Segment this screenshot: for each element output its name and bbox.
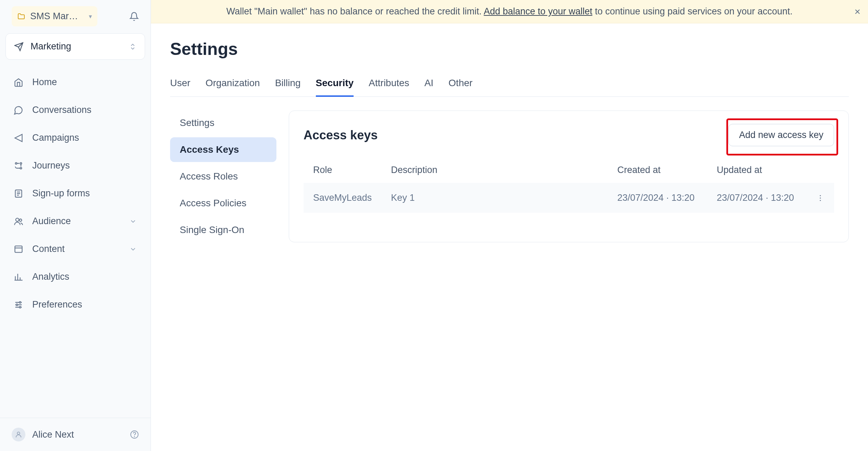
main: Wallet "Main wallet" has no balance or r… <box>151 0 868 451</box>
forms-icon <box>14 189 25 198</box>
page-title: Settings <box>170 39 849 59</box>
sidebar-item-label: Home <box>32 77 57 88</box>
cell-role: SaveMyLeads <box>304 183 381 213</box>
column-updated: Updated at <box>707 157 807 183</box>
subnav-access-policies[interactable]: Access Policies <box>170 191 276 216</box>
sidebar-item-label: Sign-up forms <box>32 188 90 199</box>
content-icon <box>14 244 25 254</box>
wallet-banner: Wallet "Main wallet" has no balance or r… <box>151 0 868 23</box>
access-keys-panel: Access keys Add new access key Role Desc… <box>289 111 849 242</box>
sidebar: SMS Mar… ▾ Marketing Home Convers <box>0 0 151 451</box>
banner-text: Wallet "Main wallet" has no balance or r… <box>226 6 793 17</box>
svg-point-9 <box>19 306 21 308</box>
chevron-down-icon <box>129 245 137 253</box>
svg-point-12 <box>134 436 134 437</box>
svg-point-5 <box>19 219 22 221</box>
sidebar-item-audience[interactable]: Audience <box>5 208 145 234</box>
close-icon[interactable]: × <box>854 6 860 18</box>
tab-user[interactable]: User <box>170 73 190 97</box>
project-selector[interactable]: SMS Mar… ▾ <box>12 6 97 26</box>
sidebar-nav: Home Conversations Campaigns Journeys Si… <box>5 69 145 317</box>
settings-tabs: User Organization Billing Security Attri… <box>170 73 849 97</box>
add-access-key-button[interactable]: Add new access key <box>728 124 834 146</box>
sidebar-item-journeys[interactable]: Journeys <box>5 153 145 178</box>
svg-point-0 <box>15 162 17 164</box>
sidebar-item-home[interactable]: Home <box>5 69 145 95</box>
panel-title: Access keys <box>304 128 378 142</box>
svg-point-10 <box>17 432 20 435</box>
sidebar-item-label: Content <box>32 244 65 254</box>
sidebar-item-campaigns[interactable]: Campaigns <box>5 125 145 151</box>
sidebar-item-content[interactable]: Content <box>5 236 145 262</box>
sidebar-item-label: Preferences <box>32 299 82 310</box>
column-created: Created at <box>608 157 707 183</box>
audience-icon <box>14 217 25 226</box>
cell-description: Key 1 <box>381 183 608 213</box>
sidebar-item-analytics[interactable]: Analytics <box>5 264 145 290</box>
svg-point-13 <box>820 195 821 196</box>
sidebar-item-signup-forms[interactable]: Sign-up forms <box>5 181 145 206</box>
sidebar-item-label: Campaigns <box>32 132 79 143</box>
home-icon <box>14 78 25 87</box>
table-row[interactable]: SaveMyLeads Key 1 23/07/2024 · 13:20 23/… <box>304 183 834 213</box>
subnav-settings[interactable]: Settings <box>170 111 276 135</box>
subnav-access-roles[interactable]: Access Roles <box>170 164 276 189</box>
send-icon <box>14 42 24 51</box>
svg-point-15 <box>820 200 821 201</box>
workspace-label: Marketing <box>31 41 71 52</box>
access-keys-table: Role Description Created at Updated at S… <box>304 157 834 213</box>
row-actions-menu-icon[interactable] <box>816 194 824 202</box>
analytics-icon <box>14 272 25 282</box>
tab-security[interactable]: Security <box>316 73 354 97</box>
svg-point-4 <box>16 218 19 221</box>
svg-point-1 <box>20 167 22 169</box>
sidebar-item-label: Journeys <box>32 160 70 171</box>
chevron-updown-icon <box>129 43 136 50</box>
sidebar-item-label: Audience <box>32 216 71 227</box>
security-subnav: Settings Access Keys Access Roles Access… <box>170 111 276 242</box>
tab-organization[interactable]: Organization <box>205 73 260 97</box>
subnav-access-keys[interactable]: Access Keys <box>170 137 276 162</box>
cell-updated: 23/07/2024 · 13:20 <box>707 183 807 213</box>
folder-icon <box>17 12 25 21</box>
conversations-icon <box>14 105 25 115</box>
svg-point-2 <box>20 162 22 164</box>
avatar[interactable] <box>12 428 25 441</box>
svg-point-7 <box>19 301 21 303</box>
svg-rect-6 <box>15 246 22 252</box>
tab-billing[interactable]: Billing <box>275 73 301 97</box>
preferences-icon <box>14 300 25 310</box>
cell-created: 23/07/2024 · 13:20 <box>608 183 707 213</box>
add-balance-link[interactable]: Add balance to your wallet <box>484 6 592 16</box>
notifications-bell-icon[interactable] <box>129 12 139 21</box>
sidebar-item-preferences[interactable]: Preferences <box>5 292 145 317</box>
help-icon[interactable] <box>130 430 139 439</box>
chevron-down-icon <box>129 218 137 225</box>
column-role: Role <box>304 157 381 183</box>
svg-point-14 <box>820 197 821 198</box>
journeys-icon <box>14 161 25 171</box>
column-description: Description <box>381 157 608 183</box>
sidebar-item-label: Analytics <box>32 271 69 282</box>
campaigns-icon <box>14 133 25 143</box>
caret-down-icon: ▾ <box>89 13 92 20</box>
subnav-sso[interactable]: Single Sign-On <box>170 218 276 242</box>
workspace-selector[interactable]: Marketing <box>5 33 145 60</box>
svg-point-8 <box>16 304 18 305</box>
user-name[interactable]: Alice Next <box>32 429 74 440</box>
banner-text-before: Wallet "Main wallet" has no balance or r… <box>226 6 484 16</box>
banner-text-after: to continue using paid services on your … <box>592 6 793 16</box>
project-name: SMS Mar… <box>30 11 84 22</box>
sidebar-footer: Alice Next <box>0 418 151 451</box>
sidebar-item-conversations[interactable]: Conversations <box>5 97 145 123</box>
sidebar-item-label: Conversations <box>32 105 92 115</box>
tab-other[interactable]: Other <box>449 73 473 97</box>
tab-ai[interactable]: AI <box>424 73 433 97</box>
tab-attributes[interactable]: Attributes <box>369 73 409 97</box>
